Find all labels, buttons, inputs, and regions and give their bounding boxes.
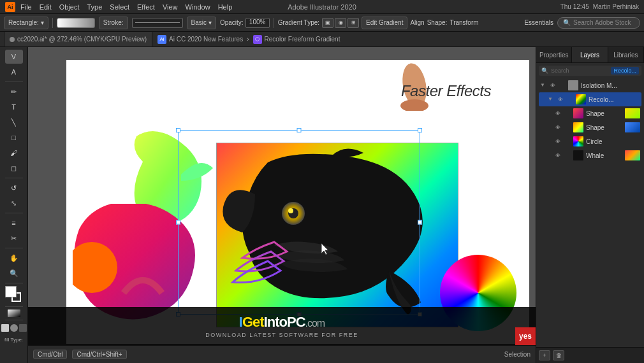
logo-com: .com — [305, 318, 325, 329]
layer-lock-icon — [559, 82, 566, 89]
tool-rotate[interactable]: ↺ — [5, 181, 23, 195]
gradient-tool[interactable] — [8, 310, 20, 317]
logo-get: Get — [242, 314, 264, 330]
menu-view[interactable]: View — [163, 3, 178, 11]
tool-shape[interactable]: □ — [5, 131, 23, 145]
layer-row-4[interactable]: 👁 Shape — [539, 120, 641, 134]
essentials-label: Essentials — [524, 19, 553, 26]
color-fill-stroke-area[interactable] — [5, 286, 23, 304]
menu-bar[interactable]: File Edit Object Type Select Effect View… — [20, 3, 232, 11]
tool-eraser[interactable]: ◻ — [5, 161, 23, 175]
shape-selector[interactable]: Rectangle: ▾ — [4, 17, 48, 29]
layer-color-preview-4 — [625, 122, 640, 132]
tool-scale[interactable]: ⤡ — [5, 196, 23, 210]
search-placeholder: Search Adobe Stock — [573, 19, 631, 26]
layer-expand-icon-2[interactable]: ▼ — [548, 96, 554, 103]
left-toolbar: V A ✏ T ╲ □ 🖌 ◻ ↺ ⤡ ≡ ✂ ✋ 🔍 fill Type: — [0, 47, 28, 363]
layer-row-6[interactable]: 👁 Whale — [539, 148, 641, 162]
gradient-linear-icon[interactable]: ▣ — [322, 18, 333, 28]
menu-file[interactable]: File — [20, 3, 32, 11]
layers-panel: 🔍 Search Recolo... ▼ 👁 Isolation M... ▼ … — [536, 63, 644, 347]
status-text: Selection — [504, 351, 531, 358]
menu-effect[interactable]: Effect — [137, 3, 155, 11]
gradient-freeform-icon[interactable]: ⊞ — [348, 18, 359, 28]
new-layer-button[interactable]: + — [539, 350, 550, 360]
opacity-input[interactable]: 100% — [245, 18, 270, 28]
draw-inside-icon[interactable] — [19, 324, 27, 332]
tab-properties[interactable]: Properties — [536, 47, 572, 62]
layer-name-6[interactable]: Whale — [586, 152, 621, 159]
tool-zoom[interactable]: 🔍 — [5, 266, 23, 280]
tool-separator-6 — [5, 306, 23, 307]
tool-line[interactable]: ╲ — [5, 115, 23, 129]
style-selector[interactable]: Basic ▾ — [187, 17, 216, 29]
delete-layer-button[interactable]: 🗑 — [553, 350, 564, 360]
drawing-mode-icons — [0, 323, 28, 333]
tool-paint[interactable]: 🖌 — [5, 146, 23, 160]
layer-visibility-icon-2[interactable]: 👁 — [557, 96, 564, 103]
search-icon: 🔍 — [541, 68, 548, 74]
layer-visibility-icon-3[interactable]: 👁 — [554, 110, 562, 117]
layer-lock-icon-2 — [567, 96, 573, 103]
menu-type[interactable]: Type — [87, 3, 103, 11]
breadcrumb: Ai Ai CC 2020 New Features › ⬡ Recolor F… — [157, 35, 340, 44]
search-icon: 🔍 — [563, 19, 571, 26]
menu-help[interactable]: Help — [218, 3, 233, 11]
layer-name-5[interactable]: Circle — [586, 138, 640, 145]
menu-window[interactable]: Window — [186, 3, 210, 11]
tool-pen[interactable]: ✏ — [5, 85, 23, 99]
app-title: Adobe Illustrator 2020 — [288, 3, 356, 11]
file-tab-label: cc2020.ai* @ 272.46% (CMYK/GPU Preview) — [17, 36, 147, 43]
toolbar-separator — [52, 18, 53, 28]
system-icons: Thu 12:45 Martin Perhiniak — [560, 3, 639, 10]
tool-separator-3 — [5, 213, 23, 213]
layer-name-2[interactable]: Recolo... — [589, 96, 640, 103]
layer-name-3[interactable]: Shape — [586, 110, 621, 117]
layer-color-preview-6 — [625, 150, 640, 160]
stroke-line-inner — [135, 22, 180, 23]
gradient-radial-icon[interactable]: ◉ — [335, 18, 346, 28]
layer-name-4[interactable]: Shape — [586, 124, 621, 131]
layer-row-recolor[interactable]: ▼ 👁 Recolo... — [539, 92, 641, 106]
layer-visibility-icon-4[interactable]: 👁 — [554, 124, 562, 131]
tab-layers[interactable]: Layers — [572, 47, 608, 62]
menu-object[interactable]: Object — [59, 3, 80, 11]
stroke-line-preview[interactable] — [132, 18, 183, 28]
layer-row-5[interactable]: 👁 Circle — [539, 134, 641, 148]
watermark-subtitle: Download Latest Software for Free — [205, 332, 358, 338]
tool-select[interactable]: V — [5, 50, 23, 64]
logo-pc: PC — [287, 314, 305, 330]
layer-name[interactable]: Isolation M... — [581, 82, 640, 89]
layer-expand-icon[interactable]: ▼ — [540, 82, 546, 89]
stroke-button[interactable]: Stroke: — [99, 17, 128, 29]
layer-row-isolation[interactable]: ▼ 👁 Isolation M... — [539, 78, 641, 92]
edit-gradient-button[interactable]: Edit Gradient — [362, 17, 407, 29]
menu-edit[interactable]: Edit — [40, 3, 52, 11]
layer-thumbnail-4 — [573, 122, 583, 132]
tab-libraries[interactable]: Libraries — [608, 47, 644, 62]
search-stock-input[interactable]: 🔍 Search Adobe Stock — [557, 17, 640, 29]
tool-direct-select[interactable]: A — [5, 65, 23, 79]
fill-type-label: fill Type: — [4, 337, 23, 343]
layer-search[interactable]: 🔍 Search Recolo... — [539, 66, 641, 76]
layer-visibility-icon-6[interactable]: 👁 — [554, 152, 562, 159]
layer-thumbnail-5 — [573, 136, 583, 146]
tool-graph[interactable]: ≡ — [5, 216, 23, 230]
stroke-color-preview[interactable] — [57, 18, 95, 28]
menu-select[interactable]: Select — [110, 3, 129, 11]
tool-slice[interactable]: ✂ — [5, 231, 23, 245]
layer-visibility-icon[interactable]: 👁 — [549, 82, 557, 89]
panel-bottom-bar: + 🗑 — [536, 347, 644, 363]
fill-color-box[interactable] — [5, 286, 17, 297]
tab-close-button[interactable] — [10, 37, 15, 42]
breadcrumb-icon-2: ⬡ — [253, 35, 262, 44]
file-tab[interactable]: cc2020.ai* @ 272.46% (CMYK/GPU Preview) — [4, 32, 152, 46]
gradient-whale-rectangle[interactable] — [216, 143, 458, 327]
tool-type[interactable]: T — [5, 100, 23, 114]
draw-normal-icon[interactable] — [1, 324, 9, 332]
layer-visibility-icon-5[interactable]: 👁 — [554, 138, 562, 145]
layer-row-3[interactable]: 👁 Shape — [539, 106, 641, 120]
tool-hand[interactable]: ✋ — [5, 251, 23, 265]
layer-filter-badge[interactable]: Recolo... — [611, 67, 639, 75]
draw-behind-icon[interactable] — [10, 324, 18, 332]
